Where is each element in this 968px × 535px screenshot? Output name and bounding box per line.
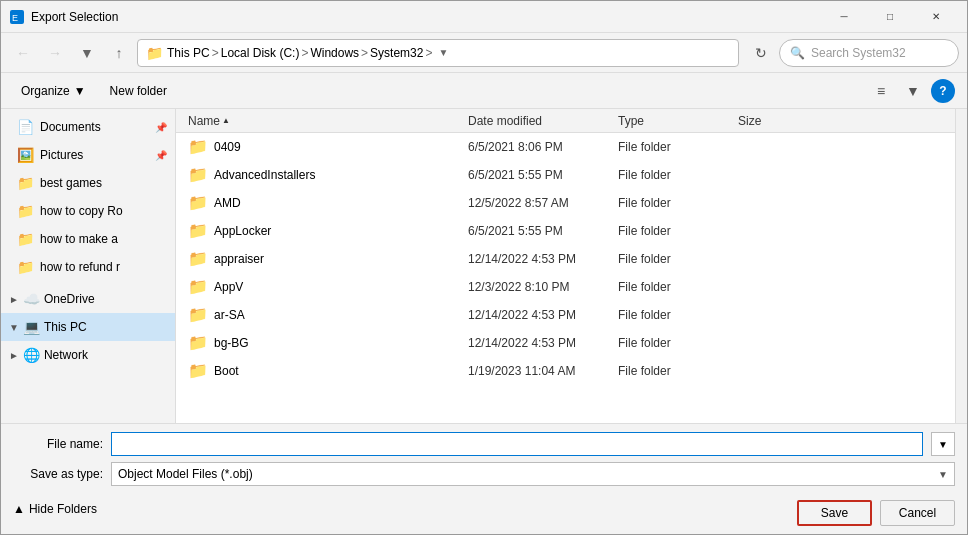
- file-cell-date: 12/5/2022 8:57 AM: [460, 196, 610, 210]
- refresh-button[interactable]: ↻: [747, 39, 775, 67]
- close-button[interactable]: ✕: [913, 1, 959, 33]
- file-name-text: Boot: [214, 364, 239, 378]
- table-row[interactable]: 📁 AppLocker 6/5/2021 5:55 PM File folder: [176, 217, 955, 245]
- cancel-button[interactable]: Cancel: [880, 500, 955, 526]
- sidebar-label-how-to-refund: how to refund r: [40, 260, 167, 274]
- thispc-icon: 💻: [23, 319, 40, 335]
- sidebar-item-documents[interactable]: 📄 Documents 📌: [1, 113, 175, 141]
- filename-input[interactable]: [111, 432, 923, 456]
- sidebar-group-onedrive[interactable]: ► ☁️ OneDrive: [1, 285, 175, 313]
- scrollbar-track[interactable]: [955, 109, 967, 423]
- address-folder-icon: 📁: [146, 45, 163, 61]
- sidebar-item-how-to-copy[interactable]: 📁 how to copy Ro: [1, 197, 175, 225]
- table-row[interactable]: 📁 AdvancedInstallers 6/5/2021 5:55 PM Fi…: [176, 161, 955, 189]
- table-row[interactable]: 📁 AppV 12/3/2022 8:10 PM File folder: [176, 273, 955, 301]
- folder-icon: 📁: [188, 165, 208, 184]
- how-to-refund-icon: 📁: [17, 259, 34, 275]
- file-name-text: AppV: [214, 280, 243, 294]
- address-bar[interactable]: 📁 This PC > Local Disk (C:) > Windows > …: [137, 39, 739, 67]
- sidebar-group-thispc[interactable]: ▼ 💻 This PC: [1, 313, 175, 341]
- up-button[interactable]: ↑: [105, 39, 133, 67]
- new-folder-button[interactable]: New folder: [102, 78, 175, 104]
- filename-dropdown-arrow[interactable]: ▼: [931, 432, 955, 456]
- folder-icon: 📁: [188, 277, 208, 296]
- folder-icon: 📁: [188, 221, 208, 240]
- sidebar-group-network[interactable]: ► 🌐 Network: [1, 341, 175, 369]
- sidebar-label-how-to-copy: how to copy Ro: [40, 204, 167, 218]
- navigation-bar: ← → ▼ ↑ 📁 This PC > Local Disk (C:) > Wi…: [1, 33, 967, 73]
- help-button[interactable]: ?: [931, 79, 955, 103]
- sidebar-label-network: Network: [44, 348, 167, 362]
- search-placeholder: Search System32: [811, 46, 906, 60]
- onedrive-expand-icon: ►: [9, 294, 19, 305]
- file-cell-name: 📁 bg-BG: [180, 333, 460, 352]
- file-cell-name: 📁 appraiser: [180, 249, 460, 268]
- search-box[interactable]: 🔍 Search System32: [779, 39, 959, 67]
- file-name-text: 0409: [214, 140, 241, 154]
- minimize-button[interactable]: ─: [821, 1, 867, 33]
- file-cell-type: File folder: [610, 364, 730, 378]
- table-row[interactable]: 📁 ar-SA 12/14/2022 4:53 PM File folder: [176, 301, 955, 329]
- file-cell-type: File folder: [610, 336, 730, 350]
- file-name-text: appraiser: [214, 252, 264, 266]
- hide-folders-toggle[interactable]: ▲ Hide Folders: [13, 498, 97, 520]
- saveastype-value: Object Model Files (*.obj): [118, 467, 253, 481]
- save-button[interactable]: Save: [797, 500, 872, 526]
- main-content: 📄 Documents 📌 🖼️ Pictures 📌 📁 best games…: [1, 109, 967, 423]
- file-cell-date: 6/5/2021 8:06 PM: [460, 140, 610, 154]
- file-cell-type: File folder: [610, 196, 730, 210]
- pin-icon-pictures: 📌: [155, 150, 167, 161]
- back-button[interactable]: ←: [9, 39, 37, 67]
- sidebar-label-best-games: best games: [40, 176, 167, 190]
- svg-text:E: E: [12, 13, 18, 23]
- how-to-make-icon: 📁: [17, 231, 34, 247]
- onedrive-icon: ☁️: [23, 291, 40, 307]
- file-cell-name: 📁 ar-SA: [180, 305, 460, 324]
- file-list-scroll[interactable]: 📁 0409 6/5/2021 8:06 PM File folder 📁 Ad…: [176, 133, 955, 423]
- table-row[interactable]: 📁 bg-BG 12/14/2022 4:53 PM File folder: [176, 329, 955, 357]
- form-buttons: Save Cancel: [797, 500, 955, 526]
- forward-button[interactable]: →: [41, 39, 69, 67]
- file-cell-date: 6/5/2021 5:55 PM: [460, 224, 610, 238]
- file-cell-date: 1/19/2023 11:04 AM: [460, 364, 610, 378]
- file-cell-name: 📁 AppLocker: [180, 221, 460, 240]
- organize-button[interactable]: Organize ▼: [13, 78, 94, 104]
- saveastype-dropdown[interactable]: Object Model Files (*.obj) ▼: [111, 462, 955, 486]
- pin-icon-documents: 📌: [155, 122, 167, 133]
- window-controls: ─ □ ✕: [821, 1, 959, 33]
- sidebar-item-how-to-refund[interactable]: 📁 how to refund r: [1, 253, 175, 281]
- folder-icon: 📁: [188, 193, 208, 212]
- file-cell-type: File folder: [610, 140, 730, 154]
- sidebar-item-best-games[interactable]: 📁 best games: [1, 169, 175, 197]
- search-icon: 🔍: [790, 46, 805, 60]
- app-icon: E: [9, 9, 25, 25]
- view-dropdown-button[interactable]: ▼: [899, 78, 927, 104]
- sidebar: 📄 Documents 📌 🖼️ Pictures 📌 📁 best games…: [1, 109, 176, 423]
- address-dropdown-icon: ▼: [438, 47, 448, 58]
- dialog-title: Export Selection: [31, 10, 821, 24]
- folder-icon: 📁: [188, 333, 208, 352]
- folder-icon: 📁: [188, 305, 208, 324]
- file-list-header: Name ▲ Date modified Type Size: [176, 109, 955, 133]
- sidebar-item-pictures[interactable]: 🖼️ Pictures 📌: [1, 141, 175, 169]
- table-row[interactable]: 📁 Boot 1/19/2023 11:04 AM File folder: [176, 357, 955, 385]
- view-list-button[interactable]: ≡: [867, 78, 895, 104]
- file-cell-type: File folder: [610, 224, 730, 238]
- file-name-text: bg-BG: [214, 336, 249, 350]
- column-header-type[interactable]: Type: [610, 109, 730, 132]
- table-row[interactable]: 📁 0409 6/5/2021 8:06 PM File folder: [176, 133, 955, 161]
- recent-locations-button[interactable]: ▼: [73, 39, 101, 67]
- address-part-localdisk: Local Disk (C:): [221, 46, 300, 60]
- table-row[interactable]: 📁 appraiser 12/14/2022 4:53 PM File fold…: [176, 245, 955, 273]
- column-header-name[interactable]: Name ▲: [180, 109, 460, 132]
- help-icon: ?: [939, 84, 946, 98]
- column-header-size[interactable]: Size: [730, 109, 810, 132]
- maximize-button[interactable]: □: [867, 1, 913, 33]
- sidebar-item-how-to-make[interactable]: 📁 how to make a: [1, 225, 175, 253]
- best-games-icon: 📁: [17, 175, 34, 191]
- column-header-date[interactable]: Date modified: [460, 109, 610, 132]
- saveastype-row: Save as type: Object Model Files (*.obj)…: [13, 462, 955, 486]
- file-cell-type: File folder: [610, 168, 730, 182]
- file-cell-type: File folder: [610, 252, 730, 266]
- table-row[interactable]: 📁 AMD 12/5/2022 8:57 AM File folder: [176, 189, 955, 217]
